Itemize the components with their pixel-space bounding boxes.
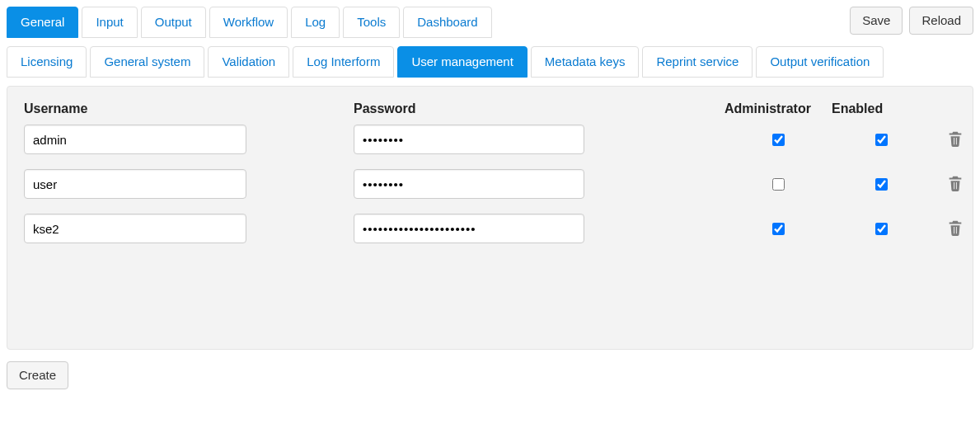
main-tab-log[interactable]: Log xyxy=(291,7,340,38)
username-input[interactable] xyxy=(24,169,246,199)
username-input[interactable] xyxy=(24,125,246,154)
sub-tab-metadata-keys[interactable]: Metadata keys xyxy=(531,46,640,78)
table-row xyxy=(24,214,956,243)
delete-button[interactable] xyxy=(931,129,980,151)
trash-icon xyxy=(946,129,964,151)
user-management-panel: Username Password Administrator Enabled xyxy=(7,86,973,350)
col-administrator: Administrator xyxy=(724,101,832,116)
table-header: Username Password Administrator Enabled xyxy=(24,101,956,116)
sub-tab-general-system[interactable]: General system xyxy=(90,46,204,78)
sub-tabs: LicensingGeneral systemValidationLog Int… xyxy=(7,46,973,81)
sub-tab-validation[interactable]: Validation xyxy=(208,46,289,78)
main-tab-general[interactable]: General xyxy=(7,7,78,38)
sub-tab-log-interform[interactable]: Log Interform xyxy=(293,46,394,78)
enabled-checkbox[interactable] xyxy=(875,223,888,235)
enabled-checkbox[interactable] xyxy=(875,178,888,191)
delete-button[interactable] xyxy=(931,218,980,240)
password-input[interactable] xyxy=(354,169,584,199)
trash-icon xyxy=(946,218,964,240)
main-tab-dashboard[interactable]: Dashboard xyxy=(403,7,491,38)
table-row xyxy=(24,125,956,154)
enabled-checkbox[interactable] xyxy=(875,134,888,146)
main-tab-output[interactable]: Output xyxy=(141,7,206,38)
top-bar: GeneralInputOutputWorkflowLogToolsDashbo… xyxy=(7,7,973,41)
password-input[interactable] xyxy=(354,214,584,243)
save-button[interactable]: Save xyxy=(850,7,903,35)
trash-icon xyxy=(946,173,964,196)
toolbar-buttons: Save Reload xyxy=(850,7,973,35)
user-rows xyxy=(24,125,956,243)
main-tab-workflow[interactable]: Workflow xyxy=(209,7,288,38)
administrator-checkbox[interactable] xyxy=(772,178,785,191)
delete-button[interactable] xyxy=(931,173,980,196)
create-row: Create xyxy=(7,361,973,389)
administrator-checkbox[interactable] xyxy=(772,223,785,235)
sub-tab-output-verification[interactable]: Output verification xyxy=(756,46,884,78)
col-password: Password xyxy=(354,101,601,116)
create-button[interactable]: Create xyxy=(7,361,68,389)
main-tab-tools[interactable]: Tools xyxy=(343,7,400,38)
main-tab-input[interactable]: Input xyxy=(82,7,137,38)
sub-tab-user-management[interactable]: User management xyxy=(397,46,527,78)
col-enabled: Enabled xyxy=(832,101,931,116)
username-input[interactable] xyxy=(24,214,246,243)
col-username: Username xyxy=(24,101,271,116)
sub-tab-licensing[interactable]: Licensing xyxy=(7,46,87,78)
table-row xyxy=(24,169,956,199)
sub-tab-reprint-service[interactable]: Reprint service xyxy=(642,46,753,78)
administrator-checkbox[interactable] xyxy=(772,134,785,146)
password-input[interactable] xyxy=(354,125,584,154)
main-tabs: GeneralInputOutputWorkflowLogToolsDashbo… xyxy=(7,7,495,41)
reload-button[interactable]: Reload xyxy=(909,7,973,35)
